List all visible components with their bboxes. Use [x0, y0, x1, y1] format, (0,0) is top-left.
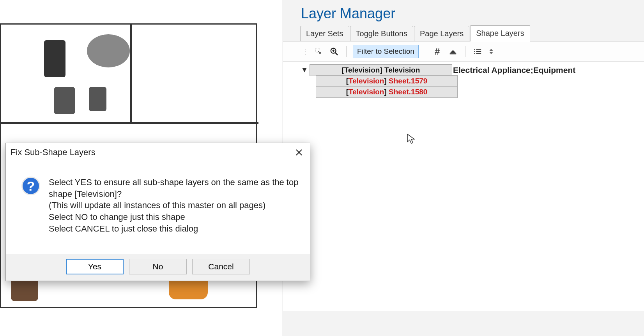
tree-root-row[interactable]: [Television] Television Electrical Appli…: [302, 65, 644, 76]
dialog-line1: Select YES to ensure all sub-shape layer…: [49, 177, 299, 200]
select-icon[interactable]: [313, 46, 324, 57]
child-master: Television: [349, 77, 384, 85]
hash-icon[interactable]: #: [432, 46, 443, 57]
dialog-line2: (This will update all instances of this …: [49, 200, 299, 211]
tree-child-row[interactable]: [Television] Sheet.1579: [302, 76, 644, 87]
zoom-icon[interactable]: [328, 46, 340, 57]
tab-toggle-buttons[interactable]: Toggle Buttons: [350, 26, 413, 41]
root-suffix: ] Television: [380, 66, 420, 74]
collapse-icon[interactable]: [302, 67, 307, 73]
filter-to-selection-button[interactable]: Filter to Selection: [353, 45, 419, 58]
dialog-titlebar[interactable]: Fix Sub-Shape Layers: [6, 143, 310, 161]
cancel-button[interactable]: Cancel: [192, 259, 250, 274]
toolbar-divider: [465, 46, 465, 57]
panel-toolbar: ⋮ Filter to Selection #: [283, 42, 644, 62]
svg-line-2: [335, 53, 338, 55]
child-sheet: Sheet.1580: [389, 88, 427, 96]
no-button[interactable]: No: [129, 259, 187, 274]
cursor-icon: [407, 133, 415, 144]
root-master-name: Television: [344, 66, 380, 74]
toolbar-divider: [425, 46, 425, 57]
tab-shape-layers[interactable]: Shape Layers: [470, 25, 530, 42]
dialog-title: Fix Sub-Shape Layers: [11, 147, 96, 157]
shape-tree[interactable]: [Television] Television Electrical Appli…: [283, 62, 644, 311]
grip-icon: ⋮: [302, 47, 309, 56]
close-icon[interactable]: [293, 146, 305, 159]
tab-page-layers[interactable]: Page Layers: [414, 26, 469, 41]
list-icon[interactable]: [472, 46, 483, 57]
svg-rect-5: [450, 53, 456, 55]
tab-layer-sets[interactable]: Layer Sets: [300, 26, 349, 41]
sort-icon[interactable]: [487, 46, 495, 57]
bracket-close: ]: [384, 77, 389, 85]
root-shape-cell[interactable]: [Television] Television: [310, 64, 452, 76]
dialog-message: Select YES to ensure all sub-shape layer…: [49, 177, 299, 234]
panel-title: Layer Manager: [283, 0, 644, 25]
child-shape-cell[interactable]: [Television] Sheet.1580: [316, 86, 458, 98]
layer-manager-panel: Layer Manager Layer Sets Toggle Buttons …: [283, 0, 644, 336]
child-master: Television: [349, 88, 384, 96]
dialog-button-row: Yes No Cancel: [6, 254, 310, 281]
question-icon: ?: [21, 177, 40, 234]
root-category: Electrical Appliance;Equipment: [453, 65, 575, 75]
svg-point-11: [474, 53, 475, 54]
child-shape-cell[interactable]: [Television] Sheet.1579: [316, 75, 458, 87]
dialog-line3: Select NO to change just this shape: [49, 211, 299, 223]
svg-point-10: [474, 51, 475, 52]
dialog-line4: Select CANCEL to just close this dialog: [49, 223, 299, 235]
tree-child-row[interactable]: [Television] Sheet.1580: [302, 87, 644, 97]
fix-subshape-dialog: Fix Sub-Shape Layers ? Select YES to ens…: [5, 143, 310, 281]
toolbar-divider: [346, 46, 347, 57]
tab-strip: Layer Sets Toggle Buttons Page Layers Sh…: [283, 25, 644, 42]
child-sheet: Sheet.1579: [389, 77, 427, 85]
svg-point-9: [474, 49, 475, 50]
color-fill-icon[interactable]: [447, 46, 459, 57]
yes-button[interactable]: Yes: [66, 259, 124, 274]
bracket-close: ]: [384, 88, 389, 96]
